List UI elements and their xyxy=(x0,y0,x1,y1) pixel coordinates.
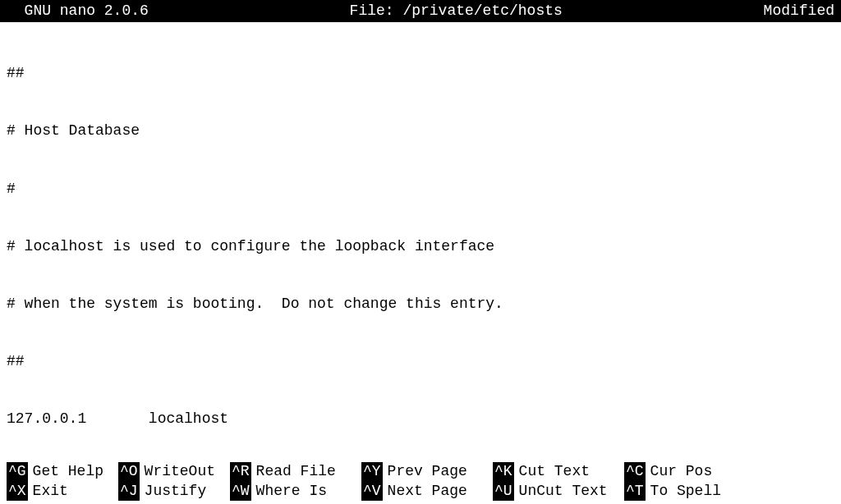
key-label: ^V xyxy=(361,482,383,501)
shortcut-cut-text[interactable]: ^KCut Text xyxy=(493,462,624,481)
file-line: # Host Database xyxy=(7,121,834,140)
key-label: ^R xyxy=(230,462,251,481)
shortcut-label: Cut Text xyxy=(514,462,595,481)
key-label: ^T xyxy=(624,482,646,501)
shortcut-to-spell[interactable]: ^TTo Spell xyxy=(624,482,739,501)
shortcut-label: Read File xyxy=(251,462,341,481)
shortcut-label: Prev Page xyxy=(383,462,472,481)
shortcut-justify[interactable]: ^JJustify xyxy=(118,482,230,501)
file-line: ## xyxy=(7,352,834,371)
modified-status: Modified xyxy=(764,2,834,21)
key-label: ^Y xyxy=(361,462,383,481)
file-line: # localhost is used to configure the loo… xyxy=(7,237,834,256)
key-label: ^G xyxy=(7,462,28,481)
key-label: ^K xyxy=(493,462,514,481)
shortcut-label: Get Help xyxy=(28,462,108,481)
editor-content[interactable]: ## # Host Database # # localhost is used… xyxy=(0,22,841,462)
app-name: GNU nano 2.0.6 xyxy=(7,2,149,21)
key-label: ^W xyxy=(230,482,251,501)
shortcut-prev-page[interactable]: ^YPrev Page xyxy=(361,462,493,481)
shortcut-read-file[interactable]: ^RRead File xyxy=(230,462,361,481)
file-path: File: /private/etc/hosts xyxy=(149,2,764,21)
shortcut-exit[interactable]: ^XExit xyxy=(7,482,118,501)
editor-header: GNU nano 2.0.6 File: /private/etc/hosts … xyxy=(0,0,841,22)
key-label: ^U xyxy=(493,482,514,501)
shortcut-uncut-text[interactable]: ^UUnCut Text xyxy=(493,482,624,501)
shortcut-bar: ^GGet Help ^OWriteOut ^RRead File ^YPrev… xyxy=(0,462,841,504)
key-label: ^C xyxy=(624,462,646,481)
shortcut-label: WriteOut xyxy=(140,462,220,481)
shortcut-row: ^GGet Help ^OWriteOut ^RRead File ^YPrev… xyxy=(7,462,834,481)
shortcut-label: To Spell xyxy=(646,482,726,501)
shortcut-label: Next Page xyxy=(383,482,472,501)
shortcut-cur-pos[interactable]: ^CCur Pos xyxy=(624,462,739,481)
shortcut-label: Justify xyxy=(140,482,212,501)
shortcut-label: UnCut Text xyxy=(514,482,613,501)
file-line: # when the system is booting. Do not cha… xyxy=(7,295,834,314)
shortcut-next-page[interactable]: ^VNext Page xyxy=(361,482,493,501)
shortcut-where-is[interactable]: ^WWhere Is xyxy=(230,482,361,501)
shortcut-label: Where Is xyxy=(251,482,332,501)
file-line: ## xyxy=(7,64,834,83)
shortcut-get-help[interactable]: ^GGet Help xyxy=(7,462,118,481)
file-line: 127.0.0.1 localhost xyxy=(7,410,834,428)
shortcut-row: ^XExit ^JJustify ^WWhere Is ^VNext Page … xyxy=(7,482,834,501)
shortcut-label: Cur Pos xyxy=(646,462,718,481)
key-label: ^X xyxy=(7,482,28,501)
file-line: # xyxy=(7,180,834,199)
shortcut-label: Exit xyxy=(28,482,73,501)
key-label: ^O xyxy=(118,462,140,481)
key-label: ^J xyxy=(118,482,140,501)
shortcut-writeout[interactable]: ^OWriteOut xyxy=(118,462,230,481)
